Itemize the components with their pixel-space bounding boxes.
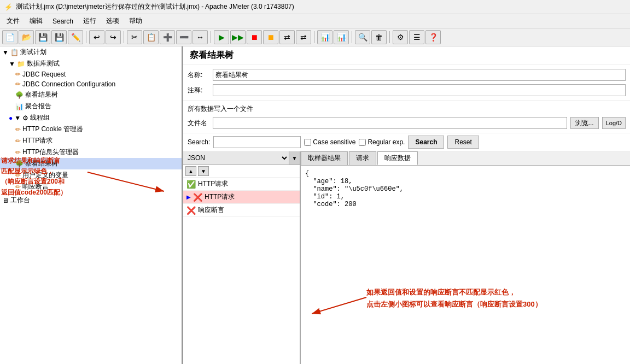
separator-5 [352,31,352,43]
result-tabs-area: 取样器结果 请求 响应数据 { "age": 18, "name": "\u5c… [301,151,630,364]
format-select[interactable]: JSONTextRegExp TesterCSS/JQuery TesterXP… [183,151,289,165]
log-button[interactable]: Log/D [602,117,626,129]
result-item-2[interactable]: ❌ 响应断言 [183,204,300,217]
title-text: 测试计划.jmx (D:\jmeter\jmeter运行保存过的文件\测试计划.… [16,2,294,11]
browse-button[interactable]: 浏览... [570,117,599,129]
toolbar-clear[interactable]: 🗑 [371,30,387,44]
panel-title: 察看结果树 [183,46,630,65]
separator-6 [389,31,390,43]
tree-item-aggregate[interactable]: 📊 聚合报告 [0,101,182,112]
search-label: Search: [188,138,210,146]
result-item-0[interactable]: ✅ HTTP请求 [183,178,300,191]
regex-checkbox[interactable] [359,139,366,146]
toolbar-open[interactable]: 📂 [19,30,34,44]
tree-item-assertion[interactable]: ✏ 响应断言 [0,181,182,192]
tree-item-cookie-mgr[interactable]: ✏ HTTP Cookie 管理器 [0,124,182,135]
toolbar-run[interactable]: ▶ [214,30,229,44]
tree-icon: ✏ [15,149,21,156]
menu-options[interactable]: 选项 [102,15,124,27]
menu-search[interactable]: Search [48,16,78,26]
toolbar-remove[interactable]: ➖ [176,30,191,44]
case-sensitive-checkbox[interactable] [304,139,311,146]
toolbar-help[interactable]: ❓ [425,30,441,44]
result-label: HTTP请求 [205,192,235,202]
toolbar-settings[interactable]: ⚙ [393,30,408,44]
toolbar-remote2[interactable]: ⇄ [296,30,311,44]
tree-item-workbench[interactable]: 🖥 工作台 [0,195,182,206]
tree-icon: 🌳 [15,91,24,99]
name-row: 名称: [188,67,626,83]
search-button[interactable]: Search [408,136,444,149]
toolbar-add[interactable]: ➕ [160,30,175,44]
left-panel: ▼ 📋 测试计划 ▼ 📁 数据库测试 ✏ JDBC Request ✏ JDBC… [0,46,183,364]
tree-item-header-mgr[interactable]: ✏ HTTP信息头管理器 [0,146,182,158]
tree-icon: ✏ [15,80,21,88]
toolbar-run-no-pause[interactable]: ▶▶ [230,30,246,44]
tree-icon: ✏ [15,137,21,145]
toolbar-report2[interactable]: 📊 [334,30,349,44]
menu-help[interactable]: 帮助 [125,15,147,27]
tree-item-jdbc-request[interactable]: ✏ JDBC Request [0,69,182,79]
name-input[interactable] [213,69,626,81]
workbench-icon: 🖥 [2,197,9,204]
nav-up-button[interactable]: ▲ [185,166,196,176]
toolbar-save2[interactable]: ✏️ [68,30,83,44]
reset-button[interactable]: Reset [447,136,479,149]
tab-response-data[interactable]: 响应数据 [377,151,418,165]
expand-icon: ▼ [9,60,15,68]
tree-item-http-request-1[interactable]: ✏ HTTP请求 [0,135,182,146]
json-line-3: "name": "\u5c0f\u660e", [305,185,626,193]
menu-run[interactable]: 运行 [79,15,101,27]
toolbar-save[interactable]: 💾 [51,30,67,44]
tree-item-result-tree-2[interactable]: 🌳 察看结果树 [0,158,182,169]
name-label: 名称: [188,71,209,80]
regex-label: Regular exp. [359,138,405,146]
nav-down-button[interactable]: ▼ [198,166,209,176]
menu-edit[interactable]: 编辑 [25,15,47,27]
toolbar-new[interactable]: 📄 [2,30,18,44]
tree-icon: ✏ [15,172,21,179]
tree-item-testplan[interactable]: ▼ 📋 测试计划 [0,46,182,58]
toolbar-save-template[interactable]: 💾 [35,30,50,44]
json-line-2: "age": 18, [305,178,626,185]
toolbar-cut[interactable]: ✂ [127,30,142,44]
tree-label: 数据库测试 [27,59,60,68]
search-input[interactable] [213,136,301,148]
toolbar-list[interactable]: ☰ [409,30,424,44]
result-item-1[interactable]: ▶ ❌ HTTP请求 [183,191,300,204]
toolbar-shutdown[interactable]: ⏹ [263,30,278,44]
separator-3 [211,31,211,43]
tree-item-dbtest[interactable]: ▼ 📁 数据库测试 [0,58,182,69]
json-line-5: "code": 200 [305,201,626,208]
toolbar-undo[interactable]: ↩ [89,30,104,44]
menu-bar: 文件 编辑 Search 运行 选项 帮助 [0,14,630,28]
tab-request[interactable]: 请求 [349,151,376,165]
toolbar-copy[interactable]: 📋 [143,30,159,44]
toolbar-remote1[interactable]: ⇄ [279,30,295,44]
toolbar-stop[interactable]: ⏹ [247,30,262,44]
tree-item-threadgroup[interactable]: ● ▼ ⚙ 线程组 [0,112,182,124]
filename-row: 文件名 浏览... Log/D [188,115,626,131]
tree-item-result-tree-1[interactable]: 🌳 察看结果树 [0,89,182,101]
tab-sampler-result[interactable]: 取样器结果 [301,151,348,165]
toolbar-report1[interactable]: 📊 [317,30,332,44]
tree-item-user-vars[interactable]: ✏ 用户定义的变量 [0,169,182,181]
toolbar-expand[interactable]: ↔ [192,30,208,44]
format-arrow-icon[interactable]: ▼ [289,151,300,165]
tree-label: HTTP信息头管理器 [22,148,79,157]
separator-4 [314,31,314,43]
status-ok-icon: ✅ [186,180,196,189]
toolbar-redo[interactable]: ↪ [106,30,121,44]
results-list: JSONTextRegExp TesterCSS/JQuery TesterXP… [183,151,301,364]
format-selector-bar: JSONTextRegExp TesterCSS/JQuery TesterXP… [183,151,300,165]
tree-icon: ⚙ [22,114,28,122]
expand-icon: ● [9,114,13,122]
tree-item-jdbc-config[interactable]: ✏ JDBC Connection Configuration [0,79,182,89]
tree-label: JDBC Connection Configuration [22,80,115,88]
filename-input[interactable] [213,117,567,129]
menu-file[interactable]: 文件 [2,15,24,27]
filename-label: 文件名 [188,119,209,128]
case-sensitive-label: Case sensitive [304,138,355,146]
toolbar-search[interactable]: 🔍 [355,30,370,44]
comment-input[interactable] [213,84,626,96]
